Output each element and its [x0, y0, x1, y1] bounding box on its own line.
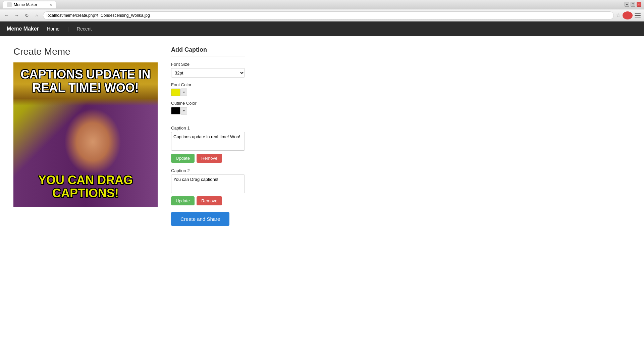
nav-divider: |: [67, 26, 69, 32]
caption2-remove-button[interactable]: Remove: [197, 196, 222, 205]
right-panel: Add Caption Font Size 8pt 10pt 12pt 14pt…: [171, 46, 245, 226]
caption2-update-button[interactable]: Update: [171, 196, 195, 205]
create-share-label: Create and Share: [180, 216, 220, 222]
address-bar[interactable]: [43, 11, 614, 19]
caption1-input[interactable]: Captions update in real time! Woo!: [171, 132, 245, 151]
outline-color-swatch[interactable]: [171, 107, 180, 114]
forward-icon: →: [14, 13, 19, 18]
caption1-update-label: Update: [176, 156, 190, 161]
browser-controls: ← → ↻ ⌂ ☆: [0, 9, 644, 21]
home-button[interactable]: ⌂: [33, 11, 41, 19]
page-title: Create Meme: [13, 46, 158, 57]
caption2-input[interactable]: You can Drag captions!: [171, 174, 245, 193]
browser-chrome: Meme Maker × – □ × ← → ↻ ⌂ ☆: [0, 0, 644, 21]
forward-button[interactable]: →: [13, 11, 21, 19]
caption-top-overlay[interactable]: CAPTIONS UPDATE IN REAL TIME! WOO!: [13, 68, 158, 94]
outline-color-label: Outline Color: [171, 101, 245, 106]
create-share-button[interactable]: Create and Share: [171, 212, 229, 226]
app-brand[interactable]: Meme Maker: [7, 26, 39, 32]
font-color-group: Font Color ▼: [171, 82, 245, 96]
tab-title: Meme Maker: [14, 2, 37, 7]
font-size-group: Font Size 8pt 10pt 12pt 14pt 16pt 18pt 2…: [171, 62, 245, 78]
font-color-label: Font Color: [171, 82, 245, 87]
outline-color-group: Outline Color ▼: [171, 101, 245, 114]
divider-1: [171, 120, 245, 120]
browser-titlebar: Meme Maker × – □ ×: [0, 0, 644, 9]
bookmark-icon[interactable]: ☆: [616, 12, 621, 18]
refresh-icon: ↻: [25, 13, 29, 18]
outline-color-picker: ▼: [171, 107, 245, 114]
font-size-select[interactable]: 8pt 10pt 12pt 14pt 16pt 18pt 24pt 32pt 4…: [171, 68, 245, 78]
caption1-remove-button[interactable]: Remove: [197, 154, 222, 163]
menu-button[interactable]: [635, 12, 641, 19]
home-icon: ⌂: [36, 13, 38, 18]
caption1-label: Caption 1: [171, 126, 245, 131]
nav-recent[interactable]: Recent: [77, 26, 92, 32]
window-close[interactable]: ×: [637, 2, 641, 7]
caption1-section: Caption 1 Captions update in real time! …: [171, 126, 245, 163]
outline-color-dropdown[interactable]: ▼: [181, 107, 187, 114]
caption2-update-label: Update: [176, 198, 190, 203]
back-button[interactable]: ←: [3, 11, 11, 19]
font-color-dropdown[interactable]: ▼: [181, 89, 187, 96]
caption-bottom-overlay[interactable]: YOU CAN DRAG CAPTIONS!: [13, 173, 158, 200]
caption1-buttons: Update Remove: [171, 154, 245, 163]
profile-icon[interactable]: [623, 11, 633, 19]
meme-image[interactable]: CAPTIONS UPDATE IN REAL TIME! WOO! YOU C…: [13, 62, 158, 207]
font-size-label: Font Size: [171, 62, 245, 67]
caption2-remove-label: Remove: [201, 198, 217, 203]
back-icon: ←: [4, 13, 9, 18]
nav-home[interactable]: Home: [47, 26, 59, 32]
app-navbar: Meme Maker Home | Recent: [0, 21, 644, 36]
browser-tab[interactable]: Meme Maker ×: [3, 1, 56, 8]
caption1-update-button[interactable]: Update: [171, 154, 195, 163]
tab-favicon: [7, 2, 12, 7]
caption2-label: Caption 2: [171, 168, 245, 173]
window-maximize[interactable]: □: [631, 2, 635, 7]
meme-section: Create Meme CAPTIONS UPDATE IN REAL TIME…: [13, 46, 158, 207]
caption2-section: Caption 2 You can Drag captions! Update …: [171, 168, 245, 205]
window-minimize[interactable]: –: [625, 2, 629, 7]
caption2-buttons: Update Remove: [171, 196, 245, 205]
caption1-remove-label: Remove: [201, 156, 217, 161]
tab-close-icon[interactable]: ×: [50, 3, 52, 7]
font-color-picker: ▼: [171, 89, 245, 96]
refresh-button[interactable]: ↻: [23, 11, 31, 19]
font-color-swatch[interactable]: [171, 89, 180, 96]
main-content: Create Meme CAPTIONS UPDATE IN REAL TIME…: [0, 36, 644, 236]
panel-title: Add Caption: [171, 46, 245, 56]
